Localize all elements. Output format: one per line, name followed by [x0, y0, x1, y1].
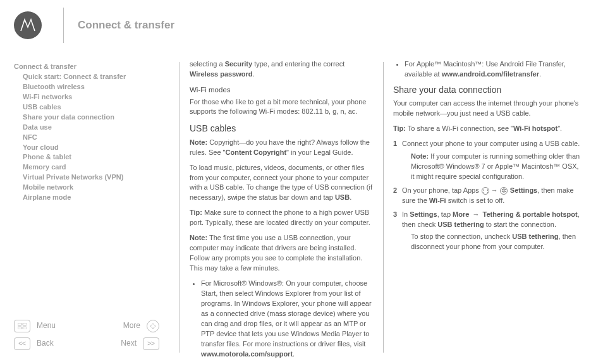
motorola-logo-icon [18, 16, 37, 35]
next-label[interactable]: Next [121, 338, 137, 349]
settings-icon [500, 187, 508, 195]
body-text: To load music, pictures, videos, documen… [190, 163, 374, 203]
content-column-1: selecting a Security type, and entering … [190, 59, 374, 353]
sidebar-item[interactable]: Phone & tablet [14, 152, 166, 162]
header: Connect & transfer [0, 0, 603, 51]
sidebar-item[interactable]: Wi-Fi networks [14, 92, 166, 102]
next-icon[interactable]: >> [143, 337, 159, 350]
more-icon[interactable] [147, 320, 159, 332]
sidebar-item[interactable]: Bluetooth wireless [14, 82, 166, 92]
svg-rect-3 [23, 327, 27, 329]
back-icon[interactable]: << [14, 337, 30, 350]
sidebar-item[interactable]: Airplane mode [14, 193, 166, 203]
list-item: For Apple™ Macintosh™: Use Android File … [405, 59, 583, 80]
heading-share-connection: Share your data connection [393, 83, 583, 96]
list-item: 1Connect your phone to your computer usi… [393, 139, 583, 182]
sidebar-item[interactable]: Memory card [14, 162, 166, 173]
content-column-2: For Apple™ Macintosh™: Use Android File … [393, 59, 583, 353]
sidebar-item[interactable]: Share your data connection [14, 112, 166, 123]
body-text: Note: Copyright—do you have the right? A… [190, 138, 374, 158]
list-item: For Microsoft® Windows®: On your compute… [201, 279, 374, 360]
heading-wifi-modes: Wi-Fi modes [190, 85, 374, 95]
back-label[interactable]: Back [37, 338, 121, 349]
sidebar-toc: Connect & transfer Quick start: Connect … [14, 62, 166, 203]
svg-rect-1 [23, 323, 27, 325]
column-divider [383, 62, 384, 353]
svg-rect-2 [18, 327, 21, 329]
menu-label[interactable]: Menu [37, 320, 123, 331]
body-text: Note: The first time you use a USB conne… [190, 233, 374, 274]
sidebar-section-title[interactable]: Connect & transfer [14, 62, 166, 72]
body-text: Your computer can access the internet th… [393, 99, 583, 119]
more-label[interactable]: More [123, 320, 140, 331]
header-divider [63, 8, 64, 43]
sidebar-item[interactable]: NFC [14, 133, 166, 143]
sidebar-item[interactable]: Virtual Private Networks (VPN) [14, 173, 166, 183]
apps-icon: ⋮⋮ [482, 187, 489, 195]
body-text: For those who like to get a bit more tec… [190, 97, 374, 118]
svg-rect-0 [18, 323, 21, 325]
column-divider [180, 62, 180, 353]
body-text: selecting a Security type, and entering … [190, 59, 374, 80]
sidebar-item[interactable]: Mobile network [14, 183, 166, 193]
body-text: Tip: To share a Wi-Fi connection, see "W… [393, 124, 583, 134]
list-item: 2On your phone, tap Apps ⋮⋮→ Settings, t… [393, 186, 583, 206]
bottom-nav: Menu More << Back Next >> [14, 317, 166, 353]
list-item: 3In Settings, tap More → Tethering & por… [393, 210, 583, 253]
sidebar-item[interactable]: Your cloud [14, 143, 166, 153]
page-title: Connect & transfer [78, 18, 174, 33]
sidebar-item[interactable]: Data use [14, 123, 166, 133]
heading-usb-cables: USB cables [190, 122, 374, 135]
sidebar-item[interactable]: Quick start: Connect & transfer [14, 72, 166, 82]
sidebar-item[interactable]: USB cables [14, 102, 166, 112]
motorola-logo [14, 11, 42, 39]
body-text: Tip: Make sure to connect the phone to a… [190, 208, 374, 228]
menu-icon[interactable] [14, 320, 30, 332]
